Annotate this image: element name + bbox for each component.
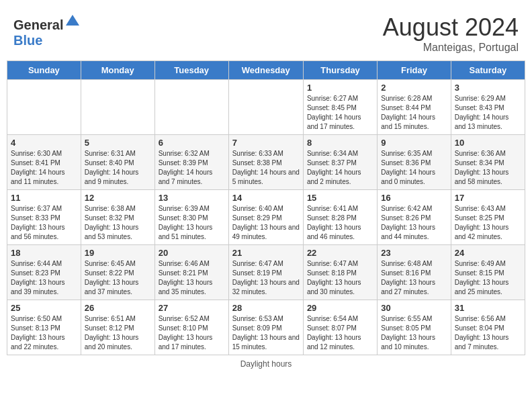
day-number: 26 (85, 303, 151, 313)
day-info: Sunrise: 6:55 AMSunset: 8:05 PMDaylight:… (381, 314, 447, 352)
calendar-week-row: 11Sunrise: 6:37 AMSunset: 8:33 PMDayligh… (7, 190, 525, 245)
calendar-cell: 14Sunrise: 6:40 AMSunset: 8:29 PMDayligh… (228, 190, 303, 245)
calendar-cell: 25Sunrise: 6:50 AMSunset: 8:13 PMDayligh… (7, 300, 81, 355)
calendar-cell: 11Sunrise: 6:37 AMSunset: 8:33 PMDayligh… (7, 190, 81, 245)
day-number: 23 (381, 248, 447, 258)
calendar-cell: 29Sunrise: 6:54 AMSunset: 8:07 PMDayligh… (303, 300, 377, 355)
calendar-cell: 9Sunrise: 6:35 AMSunset: 8:36 PMDaylight… (378, 135, 451, 190)
day-info: Sunrise: 6:35 AMSunset: 8:36 PMDaylight:… (381, 149, 447, 187)
calendar-week-row: 18Sunrise: 6:44 AMSunset: 8:23 PMDayligh… (7, 245, 525, 300)
logo: General Blue (13, 13, 81, 48)
day-info: Sunrise: 6:54 AMSunset: 8:07 PMDaylight:… (307, 314, 373, 352)
day-number: 18 (11, 248, 77, 258)
calendar-cell: 1Sunrise: 6:27 AMSunset: 8:45 PMDaylight… (303, 80, 377, 135)
logo-icon (64, 13, 81, 30)
header: General Blue August 2024 Manteigas, Port… (7, 7, 525, 57)
day-info: Sunrise: 6:38 AMSunset: 8:32 PMDaylight:… (85, 204, 151, 242)
day-info: Sunrise: 6:30 AMSunset: 8:41 PMDaylight:… (11, 149, 77, 187)
day-number: 5 (85, 138, 151, 148)
day-info: Sunrise: 6:41 AMSunset: 8:28 PMDaylight:… (307, 204, 373, 242)
day-number: 3 (455, 83, 521, 93)
day-info: Sunrise: 6:43 AMSunset: 8:25 PMDaylight:… (455, 204, 521, 242)
day-number: 14 (232, 193, 300, 203)
day-number: 17 (455, 193, 521, 203)
calendar-cell: 10Sunrise: 6:36 AMSunset: 8:34 PMDayligh… (451, 135, 525, 190)
day-number: 31 (455, 303, 521, 313)
day-number: 22 (307, 248, 373, 258)
logo-general: General (13, 17, 63, 32)
calendar-header-tuesday: Tuesday (154, 61, 228, 80)
day-info: Sunrise: 6:34 AMSunset: 8:37 PMDaylight:… (307, 149, 373, 187)
day-info: Sunrise: 6:47 AMSunset: 8:18 PMDaylight:… (307, 259, 373, 297)
calendar-cell (7, 80, 81, 135)
svg-marker-0 (66, 15, 79, 26)
calendar-cell: 2Sunrise: 6:28 AMSunset: 8:44 PMDaylight… (378, 80, 451, 135)
day-number: 1 (307, 83, 373, 93)
day-number: 29 (307, 303, 373, 313)
day-info: Sunrise: 6:40 AMSunset: 8:29 PMDaylight:… (232, 204, 300, 242)
day-info: Sunrise: 6:52 AMSunset: 8:10 PMDaylight:… (159, 314, 225, 352)
calendar-cell: 18Sunrise: 6:44 AMSunset: 8:23 PMDayligh… (7, 245, 81, 300)
day-info: Sunrise: 6:48 AMSunset: 8:16 PMDaylight:… (381, 259, 447, 297)
calendar-cell: 19Sunrise: 6:45 AMSunset: 8:22 PMDayligh… (81, 245, 154, 300)
calendar-header-monday: Monday (81, 61, 154, 80)
calendar-cell: 15Sunrise: 6:41 AMSunset: 8:28 PMDayligh… (303, 190, 377, 245)
calendar-body: 1Sunrise: 6:27 AMSunset: 8:45 PMDaylight… (7, 80, 525, 355)
day-number: 30 (381, 303, 447, 313)
day-info: Sunrise: 6:36 AMSunset: 8:34 PMDaylight:… (455, 149, 521, 187)
day-number: 10 (455, 138, 521, 148)
day-number: 12 (85, 193, 151, 203)
day-info: Sunrise: 6:32 AMSunset: 8:39 PMDaylight:… (159, 149, 225, 187)
calendar-week-row: 25Sunrise: 6:50 AMSunset: 8:13 PMDayligh… (7, 300, 525, 355)
day-number: 20 (159, 248, 225, 258)
logo-blue: Blue (13, 33, 42, 48)
calendar-cell: 6Sunrise: 6:32 AMSunset: 8:39 PMDaylight… (154, 135, 228, 190)
day-info: Sunrise: 6:45 AMSunset: 8:22 PMDaylight:… (85, 259, 151, 297)
day-number: 25 (11, 303, 77, 313)
calendar-cell: 30Sunrise: 6:55 AMSunset: 8:05 PMDayligh… (378, 300, 451, 355)
calendar-table: SundayMondayTuesdayWednesdayThursdayFrid… (7, 60, 525, 355)
calendar-cell: 24Sunrise: 6:49 AMSunset: 8:15 PMDayligh… (451, 245, 525, 300)
day-number: 28 (232, 303, 300, 313)
day-number: 2 (381, 83, 447, 93)
calendar-cell: 5Sunrise: 6:31 AMSunset: 8:40 PMDaylight… (81, 135, 154, 190)
calendar-cell: 27Sunrise: 6:52 AMSunset: 8:10 PMDayligh… (154, 300, 228, 355)
day-info: Sunrise: 6:46 AMSunset: 8:21 PMDaylight:… (159, 259, 225, 297)
calendar-cell (81, 80, 154, 135)
calendar-cell: 22Sunrise: 6:47 AMSunset: 8:18 PMDayligh… (303, 245, 377, 300)
day-number: 21 (232, 248, 300, 258)
calendar-cell (228, 80, 303, 135)
calendar-header-saturday: Saturday (451, 61, 525, 80)
day-number: 8 (307, 138, 373, 148)
day-info: Sunrise: 6:42 AMSunset: 8:26 PMDaylight:… (381, 204, 447, 242)
calendar-cell: 4Sunrise: 6:30 AMSunset: 8:41 PMDaylight… (7, 135, 81, 190)
calendar-week-row: 1Sunrise: 6:27 AMSunset: 8:45 PMDaylight… (7, 80, 525, 135)
calendar-cell (154, 80, 228, 135)
day-info: Sunrise: 6:50 AMSunset: 8:13 PMDaylight:… (11, 314, 77, 352)
calendar-header-row: SundayMondayTuesdayWednesdayThursdayFrid… (7, 61, 525, 80)
calendar-cell: 26Sunrise: 6:51 AMSunset: 8:12 PMDayligh… (81, 300, 154, 355)
day-info: Sunrise: 6:49 AMSunset: 8:15 PMDaylight:… (455, 259, 521, 297)
day-number: 4 (11, 138, 77, 148)
month-year-title: August 2024 (383, 13, 519, 42)
calendar-cell: 12Sunrise: 6:38 AMSunset: 8:32 PMDayligh… (81, 190, 154, 245)
day-number: 13 (159, 193, 225, 203)
day-number: 19 (85, 248, 151, 258)
day-number: 11 (11, 193, 77, 203)
calendar-cell: 17Sunrise: 6:43 AMSunset: 8:25 PMDayligh… (451, 190, 525, 245)
calendar-header-wednesday: Wednesday (228, 61, 303, 80)
calendar-cell: 13Sunrise: 6:39 AMSunset: 8:30 PMDayligh… (154, 190, 228, 245)
calendar-cell: 7Sunrise: 6:33 AMSunset: 8:38 PMDaylight… (228, 135, 303, 190)
calendar-header-thursday: Thursday (303, 61, 377, 80)
calendar-week-row: 4Sunrise: 6:30 AMSunset: 8:41 PMDaylight… (7, 135, 525, 190)
day-info: Sunrise: 6:27 AMSunset: 8:45 PMDaylight:… (307, 94, 373, 132)
calendar-header-sunday: Sunday (7, 61, 81, 80)
day-info: Sunrise: 6:51 AMSunset: 8:12 PMDaylight:… (85, 314, 151, 352)
day-info: Sunrise: 6:28 AMSunset: 8:44 PMDaylight:… (381, 94, 447, 132)
day-number: 16 (381, 193, 447, 203)
calendar-cell: 31Sunrise: 6:56 AMSunset: 8:04 PMDayligh… (451, 300, 525, 355)
day-info: Sunrise: 6:31 AMSunset: 8:40 PMDaylight:… (85, 149, 151, 187)
day-info: Sunrise: 6:37 AMSunset: 8:33 PMDaylight:… (11, 204, 77, 242)
calendar-header-friday: Friday (378, 61, 451, 80)
day-number: 7 (232, 138, 300, 148)
